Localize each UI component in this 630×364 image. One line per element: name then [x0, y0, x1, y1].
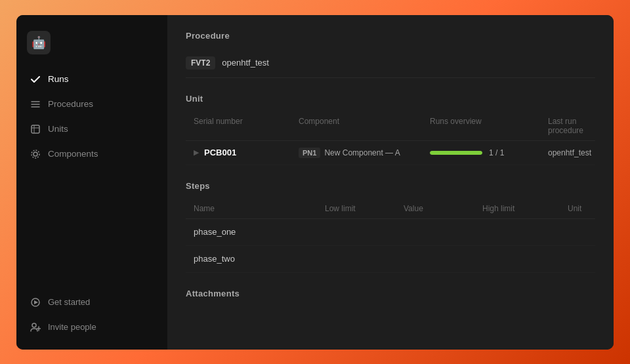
procedure-section: Procedure FVT2 openhtf_test	[186, 31, 595, 78]
sidebar-logo: 🤖	[16, 26, 167, 68]
main-content: Procedure FVT2 openhtf_test Unit Serial …	[167, 15, 614, 350]
unit-time-ago: 5 min	[591, 148, 614, 157]
unit-component-cell: PN1 New Component — A	[299, 148, 430, 158]
check-icon	[30, 73, 41, 85]
unit-last-run: openhtf_test	[548, 148, 591, 157]
svg-rect-3	[32, 125, 39, 133]
sidebar-nav: Runs Procedures	[16, 68, 167, 291]
component-icon	[30, 148, 41, 160]
sidebar-item-units[interactable]: Units	[22, 117, 162, 141]
unit-col-last-run: Last run procedure	[548, 117, 583, 135]
unit-runs-cell: 1 / 1	[430, 148, 548, 157]
sidebar-bottom: Get started Invite people	[16, 291, 167, 339]
play-icon	[30, 296, 41, 308]
unit-component-name: New Component — A	[324, 148, 400, 157]
step-name-phase-one: phase_one	[194, 227, 325, 237]
sidebar-item-invite-people[interactable]: Invite people	[22, 315, 162, 339]
attachments-section: Attachments	[186, 289, 595, 298]
unit-col-runs: Runs overview	[430, 117, 548, 135]
cube-icon	[30, 123, 41, 135]
logo-emoji: 🤖	[32, 35, 46, 50]
unit-section: Unit Serial number Component Runs overvi…	[186, 94, 595, 165]
sidebar-units-label: Units	[48, 124, 68, 134]
procedure-section-title: Procedure	[186, 31, 595, 41]
sidebar-item-procedures[interactable]: Procedures	[22, 92, 162, 116]
sidebar-item-get-started[interactable]: Get started	[22, 291, 162, 314]
step-name-phase-two: phase_two	[194, 254, 325, 264]
unit-section-title: Unit	[186, 94, 595, 104]
sidebar-runs-label: Runs	[48, 74, 69, 84]
row-expander: ▶ PCB001	[194, 148, 299, 157]
svg-point-6	[33, 152, 37, 156]
get-started-label: Get started	[48, 297, 90, 307]
svg-marker-9	[34, 300, 38, 304]
unit-col-extra	[583, 117, 614, 135]
runs-count: 1 / 1	[489, 148, 504, 157]
attachments-section-title: Attachments	[186, 289, 595, 298]
svg-point-10	[32, 323, 36, 327]
list-icon	[30, 98, 41, 110]
steps-col-value: Value	[404, 204, 482, 213]
svg-point-7	[32, 150, 39, 158]
unit-table-header: Serial number Component Runs overview La…	[186, 111, 595, 141]
pn-tag: PN1	[299, 148, 320, 158]
steps-section: Steps Name Low limit Value High limit Un…	[186, 181, 595, 273]
chevron-right-icon: ▶	[194, 148, 199, 157]
steps-col-unit: Unit	[568, 204, 614, 213]
person-add-icon	[30, 321, 41, 333]
unit-col-component: Component	[299, 117, 430, 135]
invite-people-label: Invite people	[48, 322, 96, 332]
sidebar-procedures-label: Procedures	[48, 99, 93, 109]
steps-table-header: Name Low limit Value High limit Unit Sta…	[186, 199, 595, 219]
steps-row-phase-two[interactable]: phase_two Pass	[186, 246, 595, 273]
unit-serial-number: PCB001	[204, 148, 236, 157]
steps-col-high: High limit	[482, 204, 568, 213]
app-window: 🤖 Runs	[16, 15, 614, 350]
sidebar-item-runs[interactable]: Runs	[22, 68, 162, 91]
procedure-name: openhtf_test	[222, 58, 269, 68]
sidebar-item-components[interactable]: Components	[22, 142, 162, 166]
runs-progress-fill	[430, 151, 482, 155]
steps-section-title: Steps	[186, 181, 595, 191]
steps-col-name: Name	[194, 204, 325, 213]
unit-col-serial: Serial number	[194, 117, 299, 135]
sidebar: 🤖 Runs	[16, 15, 167, 350]
runs-progress-bar	[430, 151, 482, 155]
procedure-tag: FVT2	[186, 56, 215, 70]
steps-col-low: Low limit	[325, 204, 404, 213]
app-logo-icon: 🤖	[27, 31, 51, 54]
steps-row-phase-one[interactable]: phase_one Pass	[186, 219, 595, 246]
sidebar-components-label: Components	[48, 149, 98, 159]
procedure-row: FVT2 openhtf_test	[186, 49, 595, 78]
unit-table-row[interactable]: ▶ PCB001 PN1 New Component — A 1 / 1 ope…	[186, 141, 595, 165]
